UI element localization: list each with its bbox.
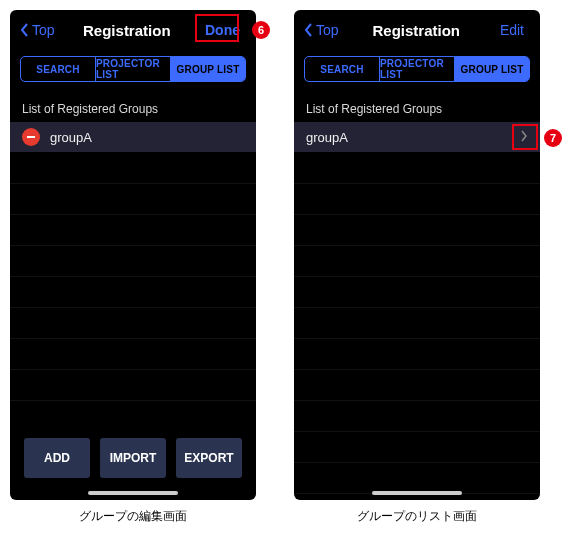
page-title: Registration: [83, 22, 171, 39]
list-item-empty: [294, 246, 540, 277]
tab-search[interactable]: SEARCH: [305, 57, 380, 81]
list-item-empty: [10, 308, 256, 339]
left-screenshot-column: Top Registration Done SEARCH PROJECTOR L…: [10, 10, 256, 525]
back-label: Top: [316, 22, 339, 38]
list-item-empty: [10, 153, 256, 184]
caption-right: グループのリスト画面: [357, 508, 477, 525]
page-title: Registration: [372, 22, 460, 39]
right-screenshot-column: Top Registration Edit SEARCH PROJECTOR L…: [294, 10, 540, 525]
list-item-empty: [10, 370, 256, 401]
list-item-empty: [10, 184, 256, 215]
list-item-empty: [294, 184, 540, 215]
list-item-empty: [294, 370, 540, 401]
chevron-right-icon: [520, 128, 528, 146]
tab-projector-list[interactable]: PROJECTOR LIST: [96, 57, 171, 81]
export-button[interactable]: EXPORT: [176, 438, 242, 478]
list-item-empty: [10, 339, 256, 370]
edit-button[interactable]: Edit: [494, 20, 530, 40]
group-list: groupA: [10, 122, 256, 426]
tab-search[interactable]: SEARCH: [21, 57, 96, 81]
group-name-label: groupA: [306, 130, 348, 145]
home-indicator: [372, 491, 462, 495]
list-item-empty: [294, 401, 540, 432]
nav-bar: Top Registration Edit: [294, 10, 540, 50]
list-item-empty: [294, 308, 540, 339]
phone-edit-mode: Top Registration Done SEARCH PROJECTOR L…: [10, 10, 256, 500]
segment-control: SEARCH PROJECTOR LIST GROUP LIST: [20, 56, 246, 82]
back-button[interactable]: Top: [304, 22, 339, 38]
list-item-empty: [294, 432, 540, 463]
chevron-left-icon: [20, 23, 30, 37]
done-button[interactable]: Done: [199, 20, 246, 40]
tab-projector-list[interactable]: PROJECTOR LIST: [380, 57, 455, 81]
back-label: Top: [32, 22, 55, 38]
group-name-label: groupA: [50, 130, 92, 145]
callout-badge-7: 7: [544, 129, 562, 147]
segment-control: SEARCH PROJECTOR LIST GROUP LIST: [304, 56, 530, 82]
list-item-empty: [294, 215, 540, 246]
list-item-empty: [10, 246, 256, 277]
list-item-empty: [294, 277, 540, 308]
tab-group-list[interactable]: GROUP LIST: [171, 57, 245, 81]
phone-list-mode: Top Registration Edit SEARCH PROJECTOR L…: [294, 10, 540, 500]
caption-left: グループの編集画面: [79, 508, 187, 525]
add-button[interactable]: ADD: [24, 438, 90, 478]
list-item-empty: [294, 463, 540, 494]
back-button[interactable]: Top: [20, 22, 55, 38]
section-header: List of Registered Groups: [10, 96, 256, 122]
list-item[interactable]: groupA: [10, 122, 256, 153]
list-item-empty: [294, 153, 540, 184]
list-item[interactable]: groupA: [294, 122, 540, 153]
nav-bar: Top Registration Done: [10, 10, 256, 50]
import-button[interactable]: IMPORT: [100, 438, 166, 478]
list-item-empty: [294, 339, 540, 370]
tab-group-list[interactable]: GROUP LIST: [455, 57, 529, 81]
home-indicator: [88, 491, 178, 495]
chevron-left-icon: [304, 23, 314, 37]
group-list: groupA: [294, 122, 540, 500]
section-header: List of Registered Groups: [294, 96, 540, 122]
list-item-empty: [10, 215, 256, 246]
callout-badge-6: 6: [252, 21, 270, 39]
delete-icon[interactable]: [22, 128, 40, 146]
action-button-row: ADD IMPORT EXPORT: [10, 426, 256, 500]
list-item-empty: [10, 277, 256, 308]
